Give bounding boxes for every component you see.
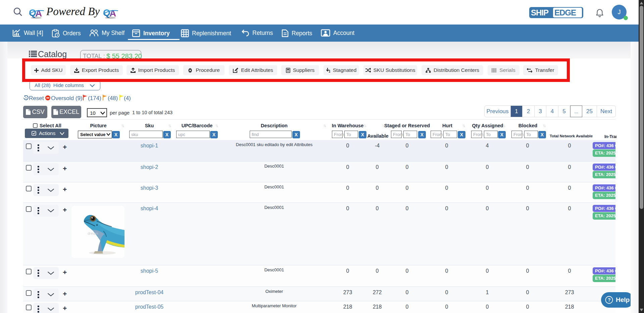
svg-text:1: 1 (329, 69, 330, 73)
svg-text:dream: dream (88, 231, 98, 235)
svg-text:A: A (35, 8, 42, 18)
svg-text:A: A (109, 8, 116, 18)
svg-text:?: ? (608, 297, 611, 303)
